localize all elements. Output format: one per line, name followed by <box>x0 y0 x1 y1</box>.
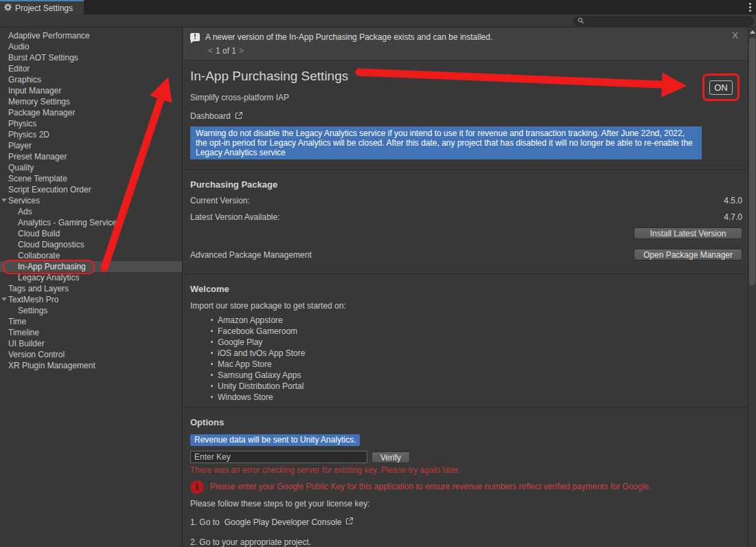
verify-button[interactable]: Verify <box>371 451 410 463</box>
sidebar-item-label: Settings <box>18 306 47 315</box>
sidebar-item[interactable]: Timeline <box>0 327 182 338</box>
sidebar-item[interactable]: Physics 2D <box>0 129 182 140</box>
bullet-icon <box>211 352 213 354</box>
sidebar-item[interactable]: Ads <box>0 206 182 217</box>
sidebar-item[interactable]: Preset Manager <box>0 151 182 162</box>
sidebar-item[interactable]: Cloud Diagnostics <box>0 239 182 250</box>
close-icon[interactable]: X <box>732 30 738 41</box>
scroll-up-arrow-icon[interactable] <box>750 30 755 34</box>
bullet-icon <box>211 363 213 365</box>
sidebar-item[interactable]: In-App Purchasing <box>0 261 182 272</box>
settings-sidebar: Adaptive Performance Audio Burst AOT Set… <box>0 27 183 547</box>
bullet-icon <box>211 341 213 343</box>
sidebar-item[interactable]: Script Execution Order <box>0 184 182 195</box>
store-list-item: Amazon Appstore <box>211 315 742 326</box>
sidebar-item[interactable]: Analytics - Gaming Services <box>0 217 182 228</box>
sidebar-item[interactable]: Audio <box>0 41 182 52</box>
scrollbar-thumb[interactable] <box>749 38 755 285</box>
current-version-label: Current Version: <box>190 196 250 206</box>
latest-version-label: Latest Version Available: <box>190 212 280 223</box>
sidebar-item[interactable]: Memory Settings <box>0 96 182 107</box>
notification-pager: <1 of 1> <box>205 46 741 56</box>
sidebar-item[interactable]: Editor <box>0 63 182 74</box>
store-name: Amazon Appstore <box>218 315 283 325</box>
purchasing-package-heading: Purchasing Package <box>190 179 742 190</box>
sidebar-item-label: Input Manager <box>8 86 61 96</box>
sidebar-item-label: In-App Purchasing <box>18 262 86 271</box>
sidebar-item-label: Audio <box>8 42 30 52</box>
current-version-value: 4.5.0 <box>724 196 742 206</box>
license-key-input[interactable] <box>190 451 367 463</box>
sidebar-item[interactable]: Input Manager <box>0 85 182 96</box>
sidebar-item[interactable]: Collaborate <box>0 250 182 261</box>
sidebar-item[interactable]: Services <box>0 195 182 206</box>
project-settings-window: Project Settings Adaptive Performance <box>0 0 756 547</box>
sidebar-item[interactable]: Time <box>0 316 182 327</box>
search-box[interactable] <box>573 16 753 26</box>
bullet-icon <box>211 374 213 376</box>
gear-icon <box>4 3 12 13</box>
store-list-item: Mac App Store <box>211 359 742 370</box>
foldout-triangle-icon[interactable] <box>1 199 7 202</box>
dashboard-link[interactable]: Dashboard <box>190 111 231 121</box>
google-key-warning-text: Please enter your Google Public Key for … <box>210 480 651 491</box>
pager-prev-icon[interactable]: < <box>205 46 216 56</box>
sidebar-item[interactable]: Version Control <box>0 349 182 360</box>
sidebar-item[interactable]: Quality <box>0 162 182 173</box>
sidebar-item[interactable]: Package Manager <box>0 107 182 118</box>
sidebar-item[interactable]: XR Plugin Management <box>0 360 182 371</box>
pager-label: 1 of 1 <box>216 46 236 56</box>
sidebar-item[interactable]: Legacy Analytics <box>0 272 182 283</box>
welcome-heading: Welcome <box>190 283 742 295</box>
bullet-icon <box>211 396 213 398</box>
license-steps-intro: Please follow these steps to get your li… <box>190 499 742 509</box>
store-name: Google Play <box>218 337 262 347</box>
store-list-item: iOS and tvOs App Store <box>211 348 742 359</box>
sidebar-item-label: Graphics <box>8 75 41 85</box>
install-latest-version-button[interactable]: Install Latest Version <box>634 227 742 239</box>
store-list-item: Facebook Gameroom <box>211 326 742 337</box>
sidebar-item[interactable]: Physics <box>0 118 182 129</box>
legacy-analytics-warning: Warning do not disable the Legacy Analyt… <box>190 126 702 159</box>
sidebar-item[interactable]: UI Builder <box>0 338 182 349</box>
kebab-menu-icon[interactable] <box>749 6 751 8</box>
sidebar-item[interactable]: Player <box>0 140 182 151</box>
store-list-item: Google Play <box>211 337 742 348</box>
sidebar-item-label: Collaborate <box>18 251 60 260</box>
sidebar-item-label: Memory Settings <box>8 97 70 107</box>
tab-project-settings[interactable]: Project Settings <box>0 0 84 14</box>
sidebar-item[interactable]: Tags and Layers <box>0 283 182 294</box>
store-list-item: Windows Store <box>211 392 742 403</box>
toolbar <box>0 14 756 27</box>
sidebar-item[interactable]: Burst AOT Settings <box>0 52 182 63</box>
open-package-manager-button[interactable]: Open Package Manager <box>634 249 742 260</box>
alert-bubble-icon: ! <box>190 33 200 41</box>
sidebar-item-label: Services <box>8 196 40 205</box>
sidebar-item[interactable]: TextMesh Pro <box>0 294 182 305</box>
sidebar-item-label: TextMesh Pro <box>8 295 58 304</box>
external-link-icon[interactable] <box>345 517 354 527</box>
error-info-icon: i <box>190 480 204 494</box>
sidebar-item-label: Version Control <box>8 350 65 359</box>
sidebar-item[interactable]: Cloud Build <box>0 228 182 239</box>
sidebar-item-label: Quality <box>8 163 34 172</box>
external-link-icon[interactable] <box>235 111 243 122</box>
settings-content: In-App Purchasing Settings Simplify cros… <box>183 60 748 547</box>
sidebar-item-label: Legacy Analytics <box>18 273 79 282</box>
store-name: Windows Store <box>218 392 273 402</box>
store-name: Facebook Gameroom <box>218 326 297 336</box>
tab-title: Project Settings <box>15 3 73 13</box>
pager-next-icon[interactable]: > <box>236 46 247 56</box>
google-play-console-link[interactable]: Google Play Developer Console <box>225 517 342 527</box>
sidebar-item[interactable]: Adaptive Performance <box>0 30 182 41</box>
bullet-icon <box>211 319 213 321</box>
sidebar-item-label: Time <box>8 317 26 326</box>
sidebar-item[interactable]: Graphics <box>0 74 182 85</box>
sidebar-item[interactable]: Scene Template <box>0 173 182 184</box>
sidebar-item-label: Package Manager <box>8 108 75 118</box>
search-input[interactable] <box>586 17 744 25</box>
store-name: Mac App Store <box>218 359 272 369</box>
vertical-scrollbar[interactable] <box>748 27 756 547</box>
sidebar-item[interactable]: Settings <box>0 305 182 316</box>
foldout-triangle-icon[interactable] <box>1 298 7 301</box>
